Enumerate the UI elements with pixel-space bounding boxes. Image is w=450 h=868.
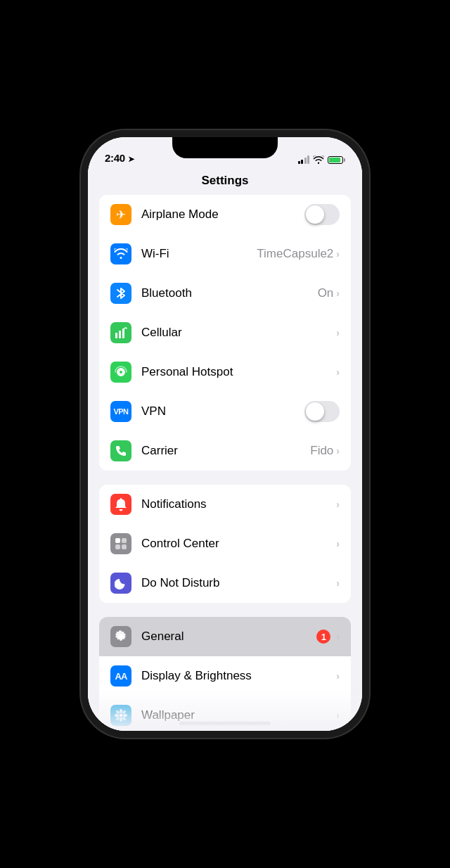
vpn-icon: VPN (110, 401, 131, 422)
time-display: 2:40 (105, 152, 125, 164)
row-airplane-mode[interactable]: ✈ Airplane Mode (99, 195, 351, 234)
vpn-label: VPN (141, 404, 304, 419)
control-center-svg (114, 537, 128, 551)
display-brightness-icon: AA (110, 665, 131, 687)
svg-point-3 (119, 370, 123, 374)
bluetooth-chevron-icon: › (336, 288, 340, 299)
svg-point-13 (115, 710, 120, 715)
notifications-chevron-icon: › (336, 499, 340, 510)
notifications-label: Notifications (141, 497, 336, 511)
carrier-label: Carrier (141, 444, 310, 458)
display-brightness-label: Display & Brightness (141, 669, 336, 683)
section-preferences: General 1 › AA Display & Brightness › (99, 617, 351, 731)
vpn-toggle-thumb (306, 402, 324, 421)
row-display-brightness[interactable]: AA Display & Brightness › (99, 656, 351, 696)
screen-content: Settings ✈ Airplane Mode (88, 137, 362, 731)
phone-frame: 2:40 ➤ Settings (88, 137, 362, 731)
control-center-label: Control Center (141, 537, 336, 551)
row-hotspot[interactable]: Personal Hotspot › (99, 352, 351, 392)
settings-list[interactable]: ✈ Airplane Mode (88, 195, 362, 731)
home-indicator (179, 722, 271, 725)
svg-point-16 (115, 716, 120, 721)
general-chevron-icon: › (336, 631, 340, 642)
svg-point-12 (123, 714, 127, 717)
hotspot-icon (110, 362, 131, 383)
cellular-chevron-icon: › (336, 327, 340, 338)
row-general[interactable]: General 1 › (99, 617, 351, 656)
section-system: Notifications › Control Center › (99, 485, 351, 603)
svg-point-8 (120, 714, 123, 717)
row-wallpaper[interactable]: Wallpaper › (99, 696, 351, 731)
svg-rect-6 (115, 544, 120, 549)
airplane-mode-label: Airplane Mode (141, 208, 304, 222)
svg-point-14 (122, 716, 127, 721)
notifications-svg (115, 497, 127, 511)
carrier-chevron-icon: › (336, 445, 340, 457)
bluetooth-svg (116, 286, 126, 300)
signal-bars-icon (298, 155, 310, 164)
status-icons (298, 155, 346, 164)
row-do-not-disturb[interactable]: Do Not Disturb › (99, 563, 351, 603)
do-not-disturb-chevron-icon: › (336, 577, 340, 589)
svg-rect-5 (122, 538, 127, 543)
row-carrier[interactable]: Carrier Fido › (99, 431, 351, 471)
cellular-icon (110, 322, 131, 343)
carrier-value: Fido (310, 444, 333, 458)
display-brightness-chevron-icon: › (336, 670, 340, 682)
svg-point-15 (122, 710, 127, 715)
hotspot-chevron-icon: › (336, 366, 340, 378)
svg-rect-1 (119, 331, 121, 338)
bluetooth-icon (110, 283, 131, 304)
row-bluetooth[interactable]: Bluetooth On › (99, 274, 351, 313)
wifi-icon (110, 243, 131, 264)
gear-svg (114, 630, 128, 644)
airplane-mode-icon: ✈ (110, 204, 131, 225)
vpn-toggle[interactable] (304, 401, 340, 422)
svg-point-11 (115, 714, 119, 717)
svg-point-9 (120, 709, 122, 713)
control-center-chevron-icon: › (336, 538, 340, 549)
row-control-center[interactable]: Control Center › (99, 524, 351, 563)
notch (172, 137, 278, 158)
svg-rect-0 (115, 333, 117, 338)
svg-rect-4 (115, 538, 120, 543)
notifications-icon (110, 494, 131, 515)
control-center-icon (110, 533, 131, 554)
row-wifi[interactable]: Wi-Fi TimeCapsule2 › (99, 234, 351, 274)
phone-svg (115, 445, 127, 457)
cellular-svg (115, 326, 127, 339)
location-icon: ➤ (128, 155, 134, 163)
toggle-thumb (306, 205, 324, 224)
flower-svg (114, 708, 128, 722)
row-notifications[interactable]: Notifications › (99, 485, 351, 524)
svg-point-10 (120, 717, 122, 722)
wifi-svg (114, 248, 128, 260)
moon-svg (115, 577, 127, 589)
svg-rect-7 (122, 544, 127, 549)
row-cellular[interactable]: Cellular › (99, 313, 351, 352)
section-connectivity: ✈ Airplane Mode (99, 195, 351, 471)
carrier-icon (110, 440, 131, 461)
wallpaper-icon (110, 705, 131, 726)
bluetooth-label: Bluetooth (141, 286, 318, 300)
do-not-disturb-icon (110, 573, 131, 594)
wifi-label: Wi-Fi (141, 247, 257, 261)
general-badge: 1 (316, 630, 330, 644)
wallpaper-chevron-icon: › (336, 710, 340, 721)
cellular-label: Cellular (141, 326, 336, 340)
bluetooth-value: On (318, 286, 334, 300)
general-icon (110, 626, 131, 647)
wifi-status-icon (313, 155, 324, 164)
row-vpn[interactable]: VPN VPN (99, 392, 351, 431)
hotspot-label: Personal Hotspot (141, 365, 336, 379)
hotspot-svg (114, 365, 128, 379)
wallpaper-label: Wallpaper (141, 708, 336, 722)
airplane-mode-toggle[interactable] (304, 204, 340, 225)
wifi-value: TimeCapsule2 (257, 247, 333, 261)
do-not-disturb-label: Do Not Disturb (141, 576, 336, 590)
battery-icon (328, 156, 345, 164)
status-time: 2:40 ➤ (105, 152, 134, 164)
general-label: General (141, 630, 316, 644)
wifi-chevron-icon: › (336, 248, 340, 260)
